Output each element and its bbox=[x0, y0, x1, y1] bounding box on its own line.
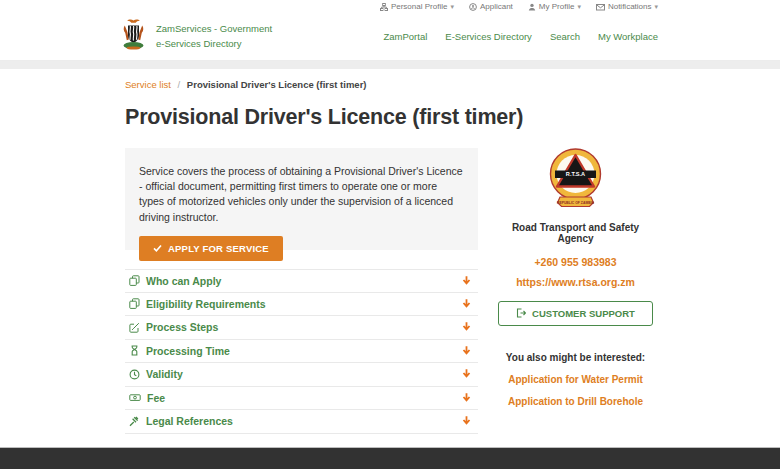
nav-search[interactable]: Search bbox=[550, 31, 580, 42]
breadcrumb-service-list[interactable]: Service list bbox=[125, 79, 171, 90]
related-services: You also might be interested: Applicatio… bbox=[506, 352, 645, 407]
related-heading: You also might be interested: bbox=[506, 352, 645, 363]
topbar-notifications[interactable]: Notifications ▾ bbox=[596, 2, 658, 11]
accordion-process-steps[interactable]: Process Steps bbox=[125, 316, 478, 340]
brand-line-2: e-Services Directory bbox=[156, 37, 272, 52]
related-link-drill-borehole[interactable]: Application to Drill Borehole bbox=[506, 396, 645, 407]
accordion-label: Processing Time bbox=[146, 345, 230, 357]
breadcrumb-current: Provisional Driver's Licence (first time… bbox=[187, 79, 367, 90]
arrow-down-icon[interactable] bbox=[461, 272, 472, 290]
header: ZamServices - Government e-Services Dire… bbox=[0, 13, 780, 61]
brand-text: ZamServices - Government e-Services Dire… bbox=[156, 22, 272, 51]
customer-support-button[interactable]: CUSTOMER SUPPORT bbox=[498, 301, 653, 326]
copy-icon bbox=[129, 275, 140, 286]
apply-button-label: APPLY FOR SERVICE bbox=[168, 243, 269, 254]
accordion-label: Fee bbox=[147, 392, 165, 404]
nav-my-workplace[interactable]: My Workplace bbox=[598, 31, 658, 42]
nav-zamportal[interactable]: ZamPortal bbox=[383, 31, 427, 42]
money-icon bbox=[129, 392, 141, 403]
edit-icon bbox=[129, 322, 140, 333]
brand-line-1: ZamServices - Government bbox=[156, 22, 272, 37]
topbar-item-label: Personal Profile bbox=[391, 2, 447, 11]
arrow-down-icon[interactable] bbox=[461, 389, 472, 407]
accordion-eligibility-requirements[interactable]: Eligibility Requirements bbox=[125, 293, 478, 317]
caret-down-icon: ▾ bbox=[450, 3, 454, 11]
service-column: Service covers the process of obtaining … bbox=[125, 148, 478, 434]
rtsa-logo: R.T.S.A REPUBLIC OF ZAMBIA bbox=[548, 148, 603, 214]
agency-column: R.T.S.A REPUBLIC OF ZAMBIA Road Transpor… bbox=[498, 148, 653, 434]
header-separator-strip bbox=[0, 61, 780, 69]
topbar-item-label: Notifications bbox=[608, 2, 652, 11]
arrow-down-icon[interactable] bbox=[461, 365, 472, 383]
agency-website-link[interactable]: https://www.rtsa.org.zm bbox=[516, 276, 635, 288]
footer bbox=[0, 447, 780, 469]
accordion-label: Process Steps bbox=[146, 321, 218, 333]
caret-down-icon: ▾ bbox=[654, 3, 658, 11]
arrow-down-icon[interactable] bbox=[461, 318, 472, 336]
customer-support-label: CUSTOMER SUPPORT bbox=[532, 308, 635, 319]
accordion-processing-time[interactable]: Processing Time bbox=[125, 340, 478, 364]
breadcrumb-separator: / bbox=[178, 79, 181, 90]
sign-out-icon bbox=[516, 308, 526, 320]
service-accordion: Who can Apply Eligibility Requirements P… bbox=[125, 269, 478, 434]
accordion-label: Eligibility Requirements bbox=[146, 298, 266, 310]
agency-name: Road Transport and Safety Agency bbox=[498, 222, 653, 244]
user-circle-icon bbox=[469, 3, 477, 11]
check-icon bbox=[153, 243, 162, 254]
envelope-icon bbox=[596, 3, 605, 11]
accordion-fee[interactable]: Fee bbox=[125, 387, 478, 411]
apply-for-service-button[interactable]: APPLY FOR SERVICE bbox=[139, 236, 283, 261]
nav-eservices-directory[interactable]: E-Services Directory bbox=[445, 31, 532, 42]
topbar-applicant[interactable]: Applicant bbox=[469, 2, 513, 11]
accordion-label: Validity bbox=[146, 368, 183, 380]
main-nav: ZamPortal E-Services Directory Search My… bbox=[383, 31, 658, 42]
topbar-personal-profile[interactable]: Personal Profile ▾ bbox=[380, 2, 454, 11]
arrow-down-icon[interactable] bbox=[461, 412, 472, 430]
accordion-legal-references[interactable]: Legal References bbox=[125, 410, 478, 434]
page-title: Provisional Driver's Licence (first time… bbox=[125, 105, 660, 130]
accordion-label: Legal References bbox=[146, 415, 233, 427]
topbar-my-profile[interactable]: My Profile ▾ bbox=[528, 2, 581, 11]
rtsa-logo-ribbon-text: REPUBLIC OF ZAMBIA bbox=[557, 201, 595, 205]
hourglass-icon bbox=[129, 345, 140, 356]
accordion-validity[interactable]: Validity bbox=[125, 363, 478, 387]
accordion-label: Who can Apply bbox=[146, 275, 221, 287]
sitemap-icon bbox=[380, 3, 388, 11]
copy-icon bbox=[129, 298, 140, 309]
topbar: Personal Profile ▾ Applicant My Profile … bbox=[0, 0, 780, 13]
agency-phone[interactable]: +260 955 983983 bbox=[534, 256, 616, 268]
user-icon bbox=[528, 3, 536, 11]
caret-down-icon: ▾ bbox=[577, 3, 581, 11]
clock-icon bbox=[129, 369, 140, 380]
arrow-down-icon[interactable] bbox=[461, 295, 472, 313]
brand[interactable]: ZamServices - Government e-Services Dire… bbox=[120, 19, 272, 54]
main-content: Service list / Provisional Driver's Lice… bbox=[0, 69, 780, 447]
service-description: Service covers the process of obtaining … bbox=[139, 164, 464, 225]
gavel-icon bbox=[129, 416, 140, 427]
topbar-item-label: Applicant bbox=[480, 2, 513, 11]
zambia-coat-of-arms-logo bbox=[120, 19, 147, 54]
service-description-box: Service covers the process of obtaining … bbox=[125, 148, 478, 250]
accordion-who-can-apply[interactable]: Who can Apply bbox=[125, 269, 478, 293]
related-link-water-permit[interactable]: Application for Water Permit bbox=[506, 374, 645, 385]
breadcrumb: Service list / Provisional Driver's Lice… bbox=[125, 79, 660, 90]
arrow-down-icon[interactable] bbox=[461, 342, 472, 360]
rtsa-logo-text: R.T.S.A bbox=[566, 171, 585, 177]
topbar-item-label: My Profile bbox=[539, 2, 575, 11]
